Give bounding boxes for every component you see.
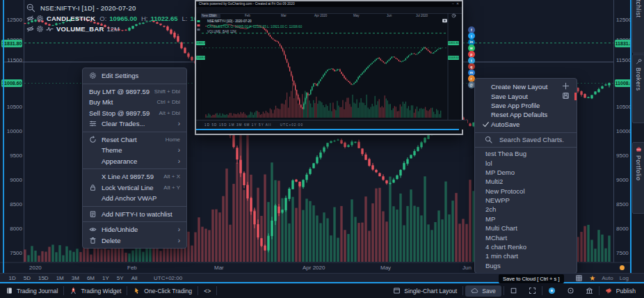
saved-chart-item[interactable]: Multi Chart [475, 224, 577, 233]
saved-chart-item[interactable]: MP [475, 214, 577, 224]
share-quora-icon[interactable]: q [468, 63, 475, 70]
high-value: 11022.65 [150, 15, 177, 22]
toolbar-button-bank[interactable] [580, 284, 599, 298]
saved-chart-item[interactable]: Multi2 [475, 177, 577, 186]
toolbar-button-square[interactable] [504, 284, 523, 298]
saved-chart-item[interactable]: Bugs [475, 261, 577, 270]
layout-menu-item-reset-app-defaults[interactable]: Reset App Defaults [475, 110, 577, 119]
saved-chart-item[interactable]: 1 min chart [475, 251, 577, 260]
context-menu-section: Hide/Unhide›Delete› [83, 221, 186, 248]
context-menu-section: Reset ChartHomeTheme›Appearance› [83, 132, 186, 169]
gear-icon [89, 72, 97, 79]
timeframe-button-1d[interactable]: 1D [5, 275, 19, 281]
toolbar-button-label: <> [204, 288, 211, 295]
saved-chart-item[interactable]: MP Demo [475, 168, 577, 177]
toolbar-button-publish[interactable]: Publish [599, 284, 641, 298]
timeframe-button-3m[interactable]: 3M [67, 275, 83, 281]
grid-layout-icon[interactable] [575, 274, 583, 282]
eye-slash-icon[interactable] [26, 25, 34, 33]
toolbar-button-ring[interactable] [561, 284, 580, 298]
snapshot-icon [548, 287, 556, 295]
menu-item-clear-trades[interactable]: Clear Trades...› [83, 118, 186, 130]
toolbar-button-single-chart-layout[interactable]: Single-Chart Layout [387, 284, 462, 298]
toolbar-button-[interactable]: <> [198, 284, 216, 298]
menu-item-lock-vertical-line[interactable]: Lock Vertical LineAlt + Y [83, 182, 186, 194]
timeframe-button-all[interactable]: All [127, 275, 141, 281]
timeframe-button-5d[interactable]: 5D [19, 275, 34, 281]
open-label: O: [99, 15, 106, 22]
saved-chart-item[interactable]: lol [475, 158, 577, 167]
saved-chart-item[interactable]: NEWPP [475, 196, 577, 205]
timezone-label[interactable]: UTC+02:00 [154, 275, 182, 281]
sidebar-tab-portfolio[interactable]: Portfolio [632, 142, 644, 214]
menu-item-label: X Line At 9897.59 [102, 173, 163, 180]
menu-item-hide-unhide[interactable]: Hide/Unhide› [83, 224, 186, 235]
bottom-toolbar: Trading JournalTrading WidgetOne-Click T… [0, 284, 644, 298]
gear-icon[interactable] [36, 15, 44, 22]
preview-mini-chart [196, 13, 459, 120]
log-scale-button[interactable]: Log [620, 275, 629, 281]
menu-item-x-line-at-9897-59[interactable]: X Line At 9897.59Alt + X [83, 171, 186, 182]
menu-item-appearance[interactable]: Appearance› [83, 156, 186, 167]
preview-price-tag: 11831.80 [448, 41, 459, 45]
toolbar-button-trading-journal[interactable]: Trading Journal [0, 284, 63, 298]
context-menu-section: Add NIFTY-I to watchlist [83, 206, 186, 222]
share-twitter-icon[interactable]: t [468, 33, 475, 40]
saved-chart-item[interactable]: 4 chart Renko [475, 242, 577, 251]
toolbar-separator [462, 286, 463, 295]
bank-icon [586, 287, 593, 295]
submenu-chevron-icon: › [178, 157, 180, 165]
saved-chart-item[interactable]: 2ch [475, 205, 577, 214]
price-label: 9000 [616, 177, 629, 183]
star-icon[interactable]: ★ [589, 275, 595, 282]
menu-item-add-anchor-vwap[interactable]: Add Anchor VWAP [83, 193, 186, 204]
saved-chart-item[interactable]: test Thea Bug [475, 149, 577, 158]
menu-item-buy-lmt-9897-59[interactable]: Buy LMT @ 9897.59Shift + Dbl [83, 86, 186, 97]
layout-menu-item-save-layout[interactable]: Save Layout [475, 91, 577, 100]
toolbar-button-one-click-trading[interactable]: One-Click Trading [127, 284, 198, 298]
window-controls[interactable]: – ✕ [452, 1, 462, 7]
layout-menu-item-create-new-layout[interactable]: Create New Layout [475, 82, 577, 91]
price-label: 8500 [616, 201, 629, 207]
toolbar-button-snapshot[interactable] [542, 284, 561, 298]
zoom-out-icon[interactable] [26, 3, 35, 13]
timeframe-button-5y[interactable]: 5Y [113, 275, 127, 281]
timeframe-button-1m[interactable]: 1M [52, 275, 67, 281]
menu-item-theme[interactable]: Theme› [83, 145, 186, 156]
sliders-icon [89, 120, 97, 127]
auto-scale-button[interactable]: Auto [602, 275, 613, 281]
toolbar-button-save[interactable]: Save [465, 285, 501, 297]
timeframe-button-6m[interactable]: 6M [83, 275, 98, 281]
saved-charts-search[interactable] [475, 132, 577, 148]
menu-item-sell-stop-9897-59[interactable]: Sell Stop @ 9897.59Alt + Dbl [83, 108, 186, 119]
timeframe-button-15d[interactable]: 15D [34, 275, 52, 281]
wrench-icon [636, 58, 642, 65]
menu-item-buy-mkt[interactable]: Buy MktCtrl + Dbl [83, 97, 186, 108]
toolbar-button-expand[interactable] [523, 284, 542, 298]
search-input[interactable] [498, 135, 577, 144]
gear-icon[interactable] [36, 25, 44, 33]
time-label: 2020 [29, 265, 42, 271]
menu-item-add-nifty-i-to-watchlist[interactable]: Add NIFTY-I to watchlist [83, 209, 186, 220]
saved-chart-item[interactable]: New Protocol [475, 187, 577, 196]
menu-item-delete[interactable]: Delete› [83, 235, 186, 246]
sidebar-tab-brokers[interactable]: Brokers [632, 54, 644, 123]
saved-chart-item[interactable]: MChart [475, 233, 577, 242]
sidebar-tab-label: Brokers [635, 68, 642, 91]
search-icon [485, 136, 492, 143]
eye-slash-icon[interactable] [26, 15, 34, 22]
layout-menu-item-save-app-profile[interactable]: Save App Profile [475, 101, 577, 110]
layout-menu-item-label: Reset App Defaults [491, 111, 570, 118]
menu-item-edit-settings[interactable]: Edit Settings [83, 70, 186, 81]
submenu-chevron-icon: › [178, 237, 180, 244]
toolbar-button-trading-widget[interactable]: Trading Widget [64, 284, 127, 298]
price-label: 12500 [6, 17, 22, 23]
camera-icon[interactable] [442, 17, 448, 24]
rocket-icon [70, 287, 77, 295]
timeframe-button-1y[interactable]: 1Y [99, 275, 113, 281]
submenu-chevron-icon: › [178, 146, 180, 154]
layout-menu-item-autosave[interactable]: AutoSave [475, 120, 577, 129]
menu-item-reset-chart[interactable]: Reset ChartHome [83, 134, 186, 146]
sidebar-tab-watchlist[interactable]: Watchlist [632, 0, 644, 54]
preview-title-bar: Charts powered by GoCharting.com - Creat… [196, 1, 462, 7]
